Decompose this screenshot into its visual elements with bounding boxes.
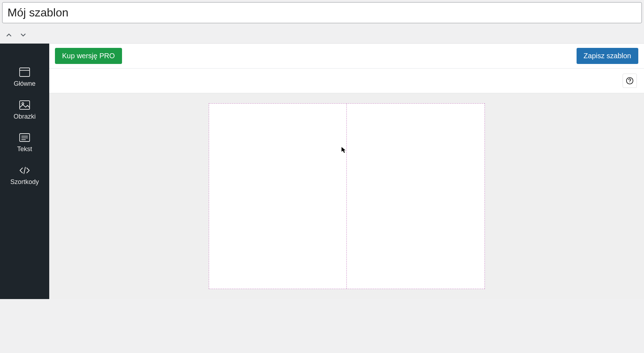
help-icon: [626, 77, 634, 85]
sidebar: Główne Obrazki Tekst: [0, 44, 49, 299]
sidebar-item-label: Obrazki: [14, 113, 36, 121]
buy-pro-button[interactable]: Kup wersję PRO: [55, 48, 122, 64]
editor-wrapper: Główne Obrazki Tekst: [0, 43, 644, 299]
sidebar-item-images[interactable]: Obrazki: [0, 94, 49, 127]
move-up-button[interactable]: [4, 30, 14, 40]
sidebar-item-text[interactable]: Tekst: [0, 127, 49, 160]
svg-point-10: [629, 82, 630, 83]
drop-column-right[interactable]: [347, 104, 485, 289]
save-template-button[interactable]: Zapisz szablon: [577, 48, 638, 64]
title-bar: [0, 0, 644, 25]
sidebar-item-label: Główne: [14, 80, 35, 88]
svg-line-8: [24, 167, 25, 174]
template-title-input[interactable]: [2, 2, 642, 23]
text-icon: [19, 133, 30, 143]
svg-rect-2: [20, 101, 30, 109]
drop-column-left[interactable]: [209, 104, 347, 289]
svg-rect-0: [20, 68, 30, 76]
sidebar-item-label: Szortkody: [10, 178, 39, 186]
sidebar-item-shortcodes[interactable]: Szortkody: [0, 160, 49, 193]
chevron-up-icon: [5, 31, 13, 39]
move-down-button[interactable]: [19, 30, 28, 40]
content-area: Kup wersję PRO Zapisz szablon: [49, 44, 644, 299]
canvas: [49, 93, 644, 299]
code-icon: [19, 165, 30, 175]
topbar: Kup wersję PRO Zapisz szablon: [49, 44, 644, 69]
sidebar-item-label: Tekst: [17, 145, 32, 153]
arrow-toolbar: [0, 25, 644, 43]
svg-point-3: [22, 103, 24, 104]
sidebar-item-main[interactable]: Główne: [0, 61, 49, 94]
window-icon: [19, 67, 30, 77]
help-button[interactable]: [623, 74, 637, 88]
image-icon: [19, 100, 30, 110]
secondary-bar: [49, 69, 644, 93]
drop-zone[interactable]: [209, 103, 485, 289]
chevron-down-icon: [19, 31, 27, 39]
svg-rect-4: [20, 134, 30, 141]
